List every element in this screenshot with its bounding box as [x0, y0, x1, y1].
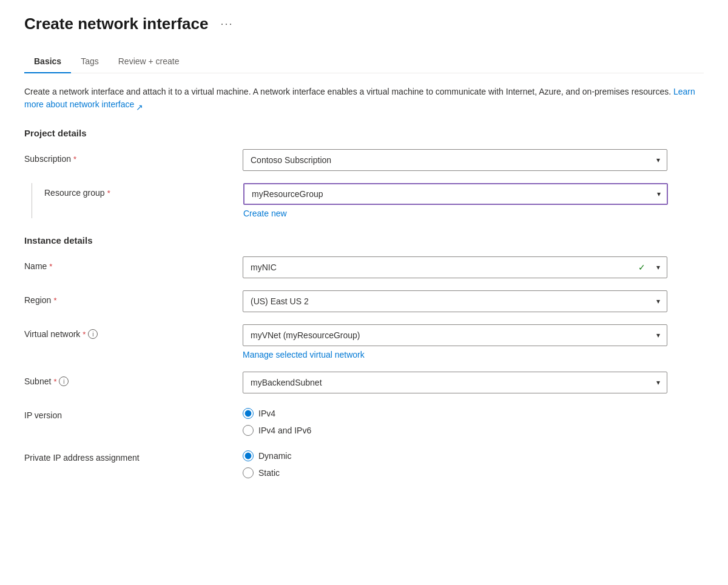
subscription-row: Subscription * Contoso Subscription ▾	[24, 149, 704, 171]
subscription-label: Subscription *	[24, 149, 243, 164]
name-required-star: *	[49, 262, 52, 271]
region-select-wrapper: (US) East US 2 ▾	[243, 290, 667, 312]
instance-details-title: Instance details	[24, 235, 704, 246]
ipv4ipv6-radio-item[interactable]: IPv4 and IPv6	[243, 425, 667, 436]
name-dropdown[interactable]: myNIC	[243, 256, 667, 278]
more-options-button[interactable]: ···	[215, 15, 238, 33]
static-radio[interactable]	[243, 467, 254, 478]
ip-version-label: IP version	[24, 406, 243, 420]
resource-group-indent: Resource group * myResourceGroup ▾ Creat…	[32, 183, 704, 218]
ipv4ipv6-label: IPv4 and IPv6	[258, 426, 311, 435]
description-block: Create a network interface and attach it…	[24, 85, 704, 111]
resource-group-dropdown[interactable]: myResourceGroup	[243, 183, 668, 205]
tab-basics[interactable]: Basics	[24, 50, 71, 73]
private-ip-control: Dynamic Static	[243, 448, 667, 478]
manage-vnet-link[interactable]: Manage selected virtual network	[243, 350, 365, 359]
subscription-dropdown[interactable]: Contoso Subscription	[243, 149, 667, 171]
region-row: Region * (US) East US 2 ▾	[24, 290, 704, 312]
vnet-required-star: *	[83, 330, 86, 339]
virtual-network-row: Virtual network * i myVNet (myResourceGr…	[24, 324, 704, 359]
dynamic-radio[interactable]	[243, 450, 254, 461]
static-radio-item[interactable]: Static	[243, 467, 667, 478]
resource-group-control: myResourceGroup ▾ Create new	[243, 183, 668, 218]
project-details-title: Project details	[24, 128, 704, 138]
resource-group-row: Resource group * myResourceGroup ▾ Creat…	[44, 183, 704, 218]
virtual-network-control: myVNet (myResourceGroup) ▾ Manage select…	[243, 324, 667, 359]
private-ip-row: Private IP address assignment Dynamic St…	[24, 448, 704, 478]
dynamic-radio-item[interactable]: Dynamic	[243, 450, 667, 461]
subnet-info-icon[interactable]: i	[59, 376, 69, 386]
ip-version-control: IPv4 IPv4 and IPv6	[243, 406, 667, 436]
ip-version-radio-group: IPv4 IPv4 and IPv6	[243, 406, 667, 436]
region-control: (US) East US 2 ▾	[243, 290, 667, 312]
resource-group-select-wrapper: myResourceGroup ▾	[243, 183, 668, 205]
region-dropdown[interactable]: (US) East US 2	[243, 290, 667, 312]
dynamic-label: Dynamic	[258, 451, 291, 461]
subnet-dropdown[interactable]: myBackendSubnet	[243, 372, 667, 393]
subscription-select-wrapper: Contoso Subscription ▾	[243, 149, 667, 171]
static-label: Static	[258, 468, 280, 478]
subnet-required-star: *	[53, 377, 56, 386]
subscription-required-star: *	[73, 155, 76, 164]
resource-group-label: Resource group *	[44, 183, 243, 198]
tabs-container: Basics Tags Review + create	[24, 50, 704, 73]
subnet-label: Subnet * i	[24, 372, 243, 386]
virtual-network-label: Virtual network * i	[24, 324, 243, 339]
vnet-select-wrapper: myVNet (myResourceGroup) ▾	[243, 324, 667, 346]
subnet-row: Subnet * i myBackendSubnet ▾	[24, 372, 704, 393]
description-text: Create a network interface and attach it…	[24, 87, 695, 109]
external-link-icon: ↗	[136, 101, 143, 109]
name-control: myNIC ✓ ▾	[243, 256, 667, 278]
subnet-select-wrapper: myBackendSubnet ▾	[243, 372, 667, 393]
create-new-link[interactable]: Create new	[243, 209, 287, 218]
vnet-dropdown[interactable]: myVNet (myResourceGroup)	[243, 324, 667, 346]
region-label: Region *	[24, 290, 243, 305]
name-row: Name * myNIC ✓ ▾	[24, 256, 704, 278]
vnet-info-icon[interactable]: i	[88, 329, 98, 339]
ip-version-row: IP version IPv4 IPv4 and IPv6	[24, 406, 704, 436]
ipv4-label: IPv4	[258, 409, 275, 418]
region-required-star: *	[53, 296, 56, 305]
subscription-control: Contoso Subscription ▾	[243, 149, 667, 171]
page-header: Create network interface ···	[24, 15, 704, 33]
subnet-control: myBackendSubnet ▾	[243, 372, 667, 393]
tab-tags[interactable]: Tags	[71, 50, 109, 73]
name-label: Name *	[24, 256, 243, 271]
ipv4-radio-item[interactable]: IPv4	[243, 408, 667, 419]
resource-group-required-star: *	[107, 189, 110, 198]
ipv4ipv6-radio[interactable]	[243, 425, 254, 436]
project-details-section: Project details Subscription * Contoso S…	[24, 128, 704, 218]
page-container: Create network interface ··· Basics Tags…	[0, 0, 728, 505]
name-check-icon: ✓	[638, 262, 645, 272]
name-select-wrapper: myNIC ✓ ▾	[243, 256, 667, 278]
private-ip-radio-group: Dynamic Static	[243, 448, 667, 478]
ipv4-radio[interactable]	[243, 408, 254, 419]
instance-details-section: Instance details Name * myNIC ✓ ▾ Region	[24, 235, 704, 478]
private-ip-label: Private IP address assignment	[24, 448, 243, 463]
page-title: Create network interface	[24, 15, 208, 33]
tab-review-create[interactable]: Review + create	[109, 50, 189, 73]
